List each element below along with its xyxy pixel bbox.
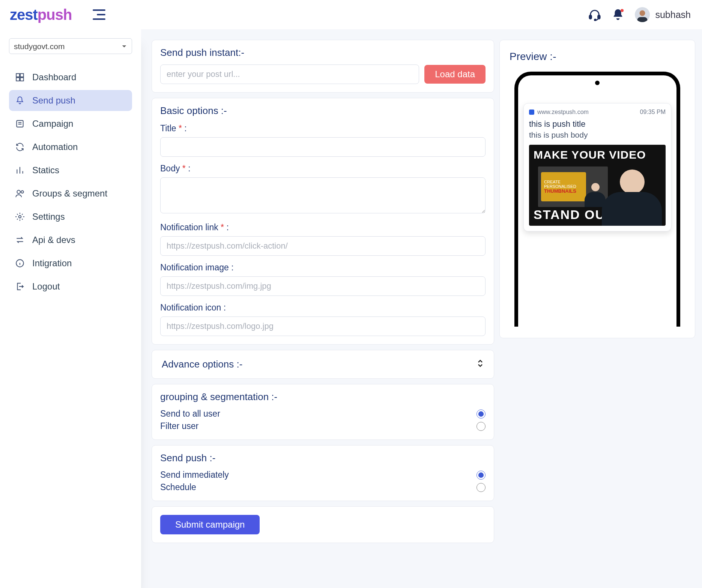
preview-push-body: this is push body	[529, 130, 666, 140]
menu-toggle-icon[interactable]	[93, 9, 105, 20]
svg-rect-9	[17, 120, 23, 127]
svg-point-10	[17, 190, 20, 194]
svg-point-3	[640, 10, 645, 16]
note-icon	[15, 119, 25, 129]
radio-label: Send immediately	[160, 470, 229, 480]
image-input[interactable]	[160, 276, 486, 296]
bar-chart-icon	[15, 165, 25, 175]
svg-rect-6	[20, 74, 24, 77]
icon-input[interactable]	[160, 316, 486, 336]
card-send-push: Send push :- Send immediately Schedule	[152, 445, 494, 501]
preview-time: 09:35 PM	[640, 109, 666, 116]
logo: zestpush	[10, 6, 72, 23]
section-title: Send push instant:-	[160, 47, 486, 58]
preview-image: MAKE YOUR VIDEO CREATE PERSONALISED THUM…	[529, 145, 666, 226]
title-input[interactable]	[160, 137, 486, 157]
phone-camera-icon	[595, 81, 600, 85]
body-label: Body * :	[160, 164, 486, 174]
grid-icon	[15, 72, 25, 82]
radio-all-users[interactable]	[477, 410, 486, 418]
svg-rect-8	[20, 78, 24, 81]
image-person	[602, 162, 662, 226]
sidebar-item-label: Statics	[32, 165, 59, 176]
section-title: Basic options :-	[160, 105, 486, 117]
sidebar-item-statics[interactable]: Statics	[9, 160, 132, 181]
username: subhash	[655, 9, 691, 20]
sidebar-item-label: Settings	[32, 212, 65, 222]
sidebar-item-label: Dashboard	[32, 72, 76, 82]
section-title: Send push :-	[160, 452, 486, 464]
logo-post: push	[38, 6, 72, 23]
support-headset-icon[interactable]	[588, 8, 601, 21]
swap-icon	[15, 235, 25, 245]
svg-rect-4	[637, 17, 648, 22]
sidebar-item-groups[interactable]: Groups & segment	[9, 183, 132, 204]
logo-pre: zest	[10, 6, 38, 23]
link-label: Notification link * :	[160, 222, 486, 232]
load-data-button[interactable]: Load data	[424, 65, 486, 84]
section-title: Advance options :-	[162, 358, 242, 370]
sidebar-item-label: Api & devs	[32, 235, 75, 245]
site-select[interactable]: studygovt.com	[9, 38, 132, 54]
sidebar-item-send-push[interactable]: Send push	[9, 90, 132, 111]
radio-schedule[interactable]	[477, 483, 486, 492]
image-text-top: MAKE YOUR VIDEO	[534, 148, 661, 161]
logout-icon	[15, 282, 25, 291]
svg-rect-0	[589, 15, 592, 19]
preview-title: Preview :-	[510, 51, 685, 63]
radio-send-immediately[interactable]	[477, 471, 486, 480]
preview-site: www.zestpush.com	[529, 109, 589, 116]
card-grouping: grouping & segmentation :- Send to all u…	[152, 384, 494, 440]
users-icon	[15, 189, 25, 198]
expand-icon	[477, 359, 484, 370]
radio-filter-users[interactable]	[477, 422, 486, 431]
submit-campaign-button[interactable]: Submit campaign	[160, 515, 260, 534]
radio-label: Send to all user	[160, 409, 220, 419]
icon-label: Notification icon :	[160, 303, 486, 313]
svg-rect-7	[16, 78, 20, 81]
body-textarea[interactable]	[160, 177, 486, 213]
sidebar-item-label: Automation	[32, 142, 78, 152]
site-dot-icon	[529, 110, 534, 115]
svg-point-12	[19, 216, 21, 218]
radio-label: Filter user	[160, 421, 198, 431]
user-menu[interactable]: subhash	[635, 7, 691, 22]
phone-mockup: www.zestpush.com 09:35 PM this is push t…	[514, 72, 680, 327]
sidebar-item-label: Intigration	[32, 258, 72, 268]
card-basic-options: Basic options :- Title * : Body * : Noti…	[152, 98, 494, 345]
gear-icon	[15, 212, 25, 222]
svg-point-11	[21, 190, 24, 193]
sidebar-item-integration[interactable]: Intigration	[9, 253, 132, 274]
sidebar-item-campaign[interactable]: Campaign	[9, 113, 132, 134]
preview-push-title: this is push title	[529, 119, 666, 129]
refresh-icon	[15, 142, 25, 152]
sidebar-item-dashboard[interactable]: Dashboard	[9, 67, 132, 88]
section-title: grouping & segmentation :-	[160, 391, 486, 403]
avatar	[635, 7, 650, 22]
image-inset: CREATE PERSONALISED THUMBNAILS	[537, 166, 609, 208]
link-input[interactable]	[160, 236, 486, 256]
svg-rect-1	[598, 15, 600, 19]
radio-label: Schedule	[160, 482, 196, 492]
image-label: Notification image :	[160, 262, 486, 273]
post-url-input[interactable]	[160, 64, 419, 84]
sidebar-item-label: Groups & segment	[32, 188, 107, 199]
sidebar-item-api[interactable]: Api & devs	[9, 230, 132, 250]
svg-point-2	[595, 19, 596, 21]
card-advance-options[interactable]: Advance options :-	[152, 350, 494, 379]
sidebar-item-label: Send push	[32, 95, 75, 106]
sidebar-item-label: Campaign	[32, 118, 73, 129]
info-icon	[15, 258, 25, 268]
image-badge: CREATE PERSONALISED THUMBNAILS	[541, 172, 586, 201]
sidebar-item-automation[interactable]: Automation	[9, 136, 132, 158]
sidebar-item-logout[interactable]: Logout	[9, 276, 132, 297]
card-preview: Preview :- www.zestpush.com 09:35 PM thi…	[499, 40, 695, 338]
sidebar-item-label: Logout	[32, 281, 60, 292]
svg-rect-5	[16, 74, 20, 77]
sidebar-item-settings[interactable]: Settings	[9, 206, 132, 227]
notifications-bell-icon[interactable]	[612, 8, 624, 21]
bell-icon	[15, 96, 25, 105]
title-label: Title * :	[160, 123, 486, 134]
card-send-instant: Send push instant:- Load data	[152, 40, 494, 93]
card-submit: Submit campaign	[152, 506, 494, 543]
